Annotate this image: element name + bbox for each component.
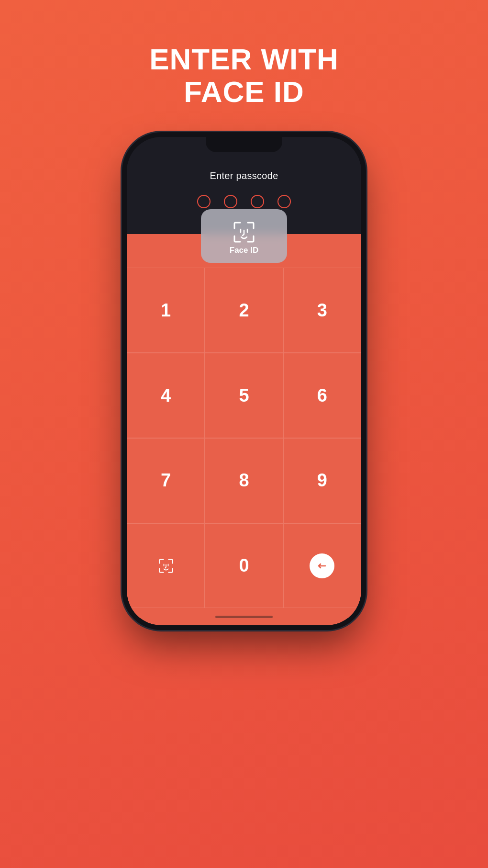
key-8[interactable]: 8: [205, 438, 283, 523]
passcode-dots: [197, 195, 291, 208]
faceid-icon-large: [231, 219, 257, 246]
keypad: 1 2 3 4 5 6 7: [127, 268, 361, 608]
passcode-dot-2: [224, 195, 237, 208]
key-6[interactable]: 6: [283, 353, 361, 438]
key-1[interactable]: 1: [127, 268, 205, 353]
passcode-dot-4: [277, 195, 291, 208]
faceid-keypad-icon: [157, 557, 175, 575]
key-7[interactable]: 7: [127, 438, 205, 523]
key-3[interactable]: 3: [283, 268, 361, 353]
phone-notch: [206, 137, 282, 152]
phone-screen: Enter passcode: [127, 137, 361, 625]
key-delete[interactable]: [283, 523, 361, 609]
passcode-dot-3: [251, 195, 264, 208]
page-title: ENTER WITHFACE ID: [149, 43, 339, 108]
key-9[interactable]: 9: [283, 438, 361, 523]
key-faceid[interactable]: [127, 523, 205, 609]
faceid-popup-label: Face ID: [230, 246, 258, 255]
key-5[interactable]: 5: [205, 353, 283, 438]
passcode-dot-1: [197, 195, 211, 208]
screen-bottom: 1 2 3 4 5 6 7: [127, 234, 361, 625]
key-4[interactable]: 4: [127, 353, 205, 438]
key-2[interactable]: 2: [205, 268, 283, 353]
phone-frame: Enter passcode: [127, 137, 361, 625]
faceid-popup-card[interactable]: Face ID: [201, 209, 287, 263]
home-bar: [215, 616, 273, 618]
home-indicator: [127, 608, 361, 625]
key-0[interactable]: 0: [205, 523, 283, 609]
passcode-label: Enter passcode: [210, 170, 278, 181]
delete-circle: [310, 553, 334, 578]
